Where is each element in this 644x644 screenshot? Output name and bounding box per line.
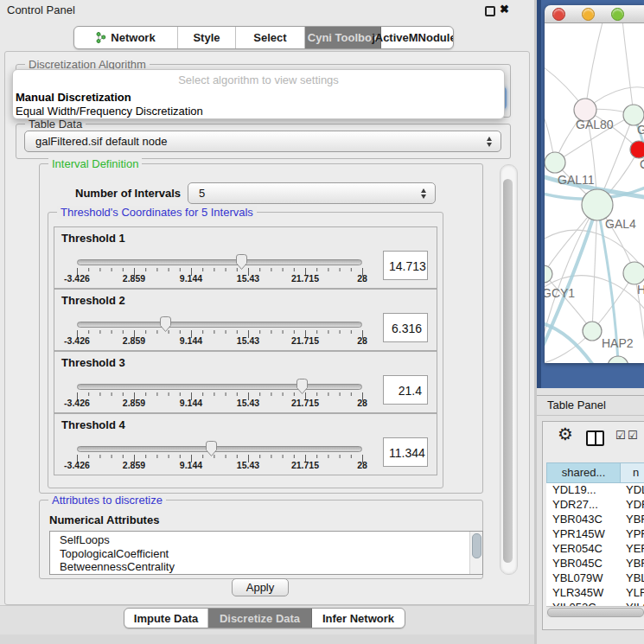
cell-shared-name: YDR27...	[546, 498, 621, 513]
table-data-value: galFiltered.sif default node	[35, 131, 167, 151]
tick-label: 9.144	[172, 335, 210, 346]
dropdown-hint: Select algorithm to view settings	[13, 73, 504, 86]
select-checkbox-icon[interactable]: ☑	[628, 429, 638, 442]
threshold-slider[interactable]	[77, 259, 362, 265]
network-node[interactable]	[545, 152, 565, 173]
panel-scrollbar-thumb[interactable]	[503, 179, 513, 563]
cell-name: YBR0	[621, 513, 644, 527]
threshold-slider[interactable]	[77, 322, 362, 328]
table-row[interactable]: YBR045CYBR0	[546, 557, 644, 571]
network-node[interactable]	[623, 262, 644, 284]
table-row[interactable]: YDR27...YDR2	[546, 498, 644, 513]
node-label: HAP2	[602, 336, 634, 350]
tick-label: 15.43	[229, 460, 267, 470]
tab-network[interactable]: Network	[74, 27, 178, 48]
cell-name: YBR0	[621, 557, 644, 571]
threshold-value-field[interactable]: 6.316	[383, 313, 428, 342]
table-rows[interactable]: YDL19...YDL1YDR27...YDR2YBR043CYBR0YPR14…	[546, 483, 644, 606]
tab-label: Style	[193, 31, 220, 44]
column-selector-icon[interactable]	[586, 430, 604, 446]
network-node[interactable]	[582, 189, 613, 220]
tab-select[interactable]: Select	[236, 27, 305, 48]
table-panel-title: Table Panel	[547, 399, 606, 411]
select-all-checkbox-icon[interactable]: ☑	[615, 429, 626, 442]
tick-label: 28	[343, 398, 381, 408]
threshold-value-field[interactable]: 21.4	[383, 375, 428, 405]
close-traffic-light-icon[interactable]	[552, 8, 565, 21]
cell-shared-name: YLR345W	[546, 586, 621, 601]
cell-name: YDR2	[621, 498, 644, 513]
tick-label: 9.144	[172, 273, 210, 284]
gear-icon[interactable]: ⚙	[558, 425, 573, 443]
list-scrollbar-thumb[interactable]	[472, 533, 481, 558]
minimize-traffic-light-icon[interactable]	[582, 8, 595, 21]
column-header-shared-name[interactable]: shared...	[546, 462, 621, 483]
tick-label: 9.144	[172, 460, 210, 470]
threshold-slider[interactable]	[77, 384, 362, 390]
tab-cyni-toolbox[interactable]: Cyni Toolbox	[305, 27, 381, 48]
table-row[interactable]: YBR043CYBR0	[546, 513, 644, 527]
network-window-titlebar[interactable]	[545, 5, 644, 23]
tick-label: 15.43	[229, 273, 267, 284]
tick-label: 21.715	[286, 460, 324, 470]
tab-jactivemnodules[interactable]: jActiveMNodules	[381, 27, 453, 48]
close-icon[interactable]: ✖	[500, 3, 509, 16]
tick-label: -3.426	[58, 273, 96, 284]
threshold-value-field[interactable]: 11.344	[383, 437, 428, 467]
numerical-attributes-list[interactable]: SelfLoopsTopologicalCoefficientBetweenne…	[49, 531, 483, 575]
attribute-list-item[interactable]: SelfLoops	[50, 532, 482, 547]
cell-shared-name: YPR145W	[546, 527, 621, 542]
tab-infer-network[interactable]: Infer Network	[312, 609, 405, 628]
dropdown-option[interactable]: Manual Discretization	[16, 91, 131, 104]
tab-style[interactable]: Style	[178, 27, 236, 48]
table-horizontal-scrollbar[interactable]	[546, 606, 644, 617]
node-label: H	[637, 283, 644, 296]
network-node[interactable]	[583, 322, 602, 341]
network-node[interactable]	[545, 265, 552, 283]
table-row[interactable]: YER054CYER0	[546, 542, 644, 557]
threshold-value-field[interactable]: 14.713	[383, 251, 428, 280]
network-canvas[interactable]: GAL80GACGAL11GAL4GCY1HHAP2	[545, 23, 644, 363]
tick-label: 28	[343, 460, 381, 470]
attribute-list-item[interactable]: BetweennessCentrality	[50, 560, 482, 574]
tick-label: 9.144	[172, 398, 210, 408]
screen: Control Panel ✖ NetworkStyleSelectCyni T…	[0, 0, 644, 644]
network-icon	[96, 32, 106, 43]
threshold-panel: Threshold 3 -3.4262.8599.14415.4321.7152…	[54, 351, 437, 413]
threshold-slider[interactable]	[77, 446, 362, 452]
cell-shared-name: YBL079W	[546, 571, 621, 586]
tick-label: -3.426	[58, 460, 96, 470]
tick-label: 2.859	[115, 273, 153, 284]
tab-discretize-data[interactable]: Discretize Data	[208, 609, 312, 628]
cell-shared-name: YER054C	[546, 542, 621, 557]
table-row[interactable]: YDL19...YDL1	[546, 483, 644, 498]
cell-shared-name: YDL19...	[546, 483, 621, 498]
dropdown-option[interactable]: Equal Width/Frequency Discretization	[16, 105, 203, 118]
tick-label: 21.715	[286, 273, 324, 284]
combo-arrows-icon	[487, 137, 492, 147]
tab-label: Impute Data	[134, 612, 198, 625]
column-header-name[interactable]: n	[621, 462, 644, 483]
table-data-combobox[interactable]: galFiltered.sif default node	[24, 131, 501, 152]
maximize-traffic-light-icon[interactable]	[611, 8, 624, 21]
list-scrollbar[interactable]	[469, 532, 482, 574]
table-row[interactable]: YPR145WYPR1	[546, 527, 644, 542]
network-node[interactable]	[608, 356, 628, 363]
attribute-list-item[interactable]: TopologicalCoefficient	[50, 547, 482, 561]
control-panel-tabs: NetworkStyleSelectCyni ToolboxjActiveMNo…	[73, 26, 454, 49]
tick-label: 21.715	[286, 398, 324, 408]
table-scrollbar-thumb[interactable]	[547, 608, 644, 617]
number-of-intervals-combobox[interactable]: 5	[188, 182, 436, 204]
tab-label: Discretize Data	[220, 612, 300, 625]
float-window-icon[interactable]	[485, 6, 495, 16]
numerical-attributes-label: Numerical Attributes	[49, 513, 159, 526]
table-row[interactable]: YBL079WYBL0	[546, 571, 644, 586]
table-panel-titlebar: Table Panel	[537, 395, 644, 416]
apply-button[interactable]: Apply	[232, 578, 289, 596]
network-view-window: GAL80GACGAL11GAL4GCY1HHAP2	[545, 5, 644, 363]
table-row[interactable]: YLR345WYLR3	[546, 586, 644, 601]
tab-impute-data[interactable]: Impute Data	[124, 609, 208, 628]
panel-vertical-scrollbar[interactable]	[500, 164, 518, 575]
node-label: GAL11	[558, 173, 595, 187]
network-node[interactable]	[630, 141, 644, 158]
